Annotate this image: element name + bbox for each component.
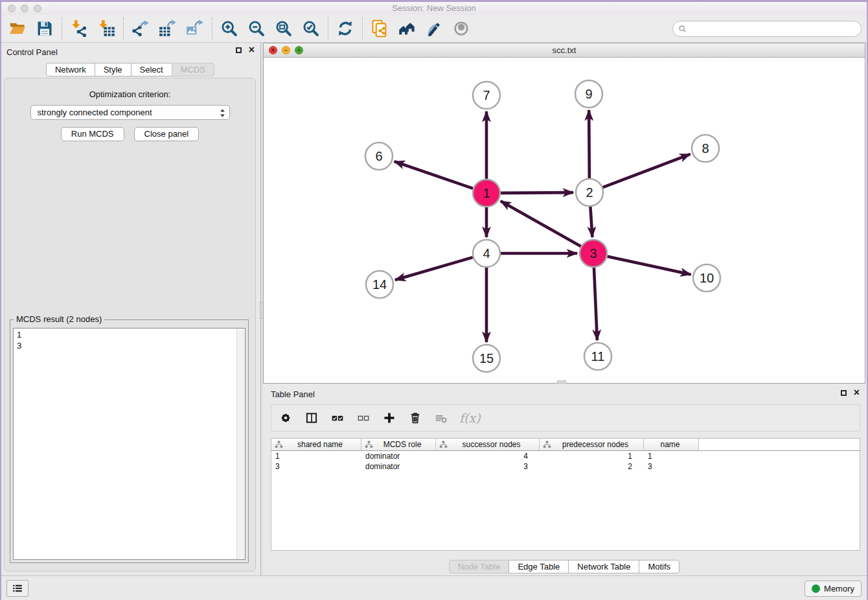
refresh-icon — [336, 19, 354, 38]
mcds-result-title: MCDS result (2 nodes) — [14, 314, 104, 324]
function-builder-button[interactable]: f(x) — [459, 410, 481, 426]
edge-3-11[interactable] — [594, 268, 597, 340]
network-window-titlebar[interactable]: × − + scc.txt — [264, 43, 865, 58]
zoom-fit-button[interactable] — [270, 17, 297, 40]
apply-style-button[interactable] — [420, 17, 448, 40]
show-hidden-button[interactable] — [448, 17, 475, 40]
close-panel-icon[interactable]: × — [854, 389, 860, 396]
minimize-window-button[interactable] — [21, 5, 29, 12]
column-header-mcds-role[interactable]: MCDS role — [361, 439, 436, 450]
export-table-button[interactable] — [154, 17, 181, 40]
node-11[interactable]: 11 — [584, 343, 611, 370]
delete-columns-button[interactable] — [407, 410, 423, 426]
tab-style[interactable]: Style — [95, 63, 131, 76]
network-minimize-button[interactable]: − — [282, 46, 290, 54]
delete-table-button[interactable] — [433, 410, 449, 426]
tab-network-table[interactable]: Network Table — [568, 560, 639, 573]
clone-network-icon — [371, 19, 389, 38]
edge-3-10[interactable] — [607, 257, 691, 275]
show-columns-button[interactable] — [304, 410, 319, 426]
node-7[interactable]: 7 — [473, 82, 500, 109]
zoom-selected-button[interactable] — [297, 17, 325, 40]
edge-1-6[interactable] — [394, 161, 474, 189]
save-session-button[interactable] — [31, 17, 58, 40]
select-all-button[interactable] — [330, 410, 345, 426]
tab-network[interactable]: Network — [46, 63, 95, 76]
import-network-button[interactable] — [65, 17, 93, 40]
tab-node-table[interactable]: Node Table — [449, 560, 510, 573]
column-header-successor-nodes[interactable]: successor nodes — [436, 439, 540, 450]
table-toolbar: f(x) — [271, 404, 860, 432]
edge-2-8[interactable] — [603, 154, 691, 187]
node-14[interactable]: 14 — [366, 271, 393, 298]
table-row-1[interactable]: 1dominator411 — [271, 451, 860, 461]
export-network-button[interactable] — [127, 17, 154, 40]
node-6[interactable]: 6 — [365, 143, 393, 170]
tab-select[interactable]: Select — [131, 63, 172, 76]
export-image-button[interactable] — [181, 17, 209, 40]
toolbar-separator — [362, 17, 363, 40]
app-title: Session: New Session — [0, 2, 868, 15]
import-table-icon — [97, 19, 115, 38]
column-header-predecessor-nodes[interactable]: predecessor nodes — [540, 439, 644, 450]
node-4[interactable]: 4 — [473, 240, 500, 267]
edge-2-9[interactable] — [589, 110, 589, 178]
edge-3-1[interactable] — [501, 201, 581, 246]
control-panel: Control Panel × NetworkStyleSelectMCDS O… — [0, 43, 261, 575]
close-panel-button[interactable]: Close panel — [134, 127, 200, 141]
task-history-button[interactable] — [6, 580, 29, 597]
network-resize-grip[interactable] — [557, 380, 566, 384]
optimization-criterion-label: Optimization criterion: — [5, 89, 255, 99]
network-maximize-button[interactable]: + — [295, 46, 303, 54]
zoom-out-button[interactable] — [243, 17, 270, 40]
close-window-button[interactable] — [8, 5, 16, 12]
apply-layout-button[interactable] — [332, 17, 359, 40]
edge-2-3[interactable] — [590, 207, 592, 237]
tab-mcds[interactable]: MCDS — [172, 63, 214, 76]
houses-icon — [398, 19, 416, 38]
node-9[interactable]: 9 — [575, 80, 602, 108]
add-column-button[interactable] — [382, 410, 397, 426]
close-panel-icon[interactable]: × — [249, 47, 255, 53]
memory-button[interactable]: Memory — [805, 581, 862, 597]
open-session-button[interactable] — [4, 17, 31, 40]
run-mcds-button[interactable]: Run MCDS — [61, 127, 124, 141]
import-table-button[interactable] — [93, 17, 120, 40]
float-panel-icon[interactable] — [841, 390, 847, 396]
zoom-window-button[interactable] — [34, 5, 41, 12]
table-mode-button[interactable] — [278, 410, 293, 426]
node-10[interactable]: 10 — [693, 264, 720, 292]
show-networks-button[interactable] — [393, 17, 420, 40]
column-header-shared-name[interactable]: shared name — [271, 439, 361, 450]
optimization-criterion-select[interactable]: strongly connected component — [30, 105, 230, 120]
network-canvas[interactable]: 7968124314101511 — [264, 58, 865, 383]
tab-motifs[interactable]: Motifs — [639, 560, 680, 573]
float-panel-icon[interactable] — [236, 47, 242, 53]
cell-successor-nodes: 3 — [436, 461, 540, 472]
node-3[interactable]: 3 — [580, 240, 607, 267]
table-row-3[interactable]: 3dominator323 — [271, 461, 860, 472]
node-8[interactable]: 8 — [692, 135, 719, 162]
network-close-button[interactable]: × — [269, 46, 277, 54]
node-1[interactable]: 1 — [473, 179, 500, 207]
svg-text:8: 8 — [702, 141, 709, 156]
edge-4-14[interactable] — [395, 257, 473, 280]
result-scrollbar[interactable] — [236, 329, 245, 559]
clone-network-button[interactable] — [366, 17, 393, 40]
node-2[interactable]: 2 — [576, 179, 603, 206]
tab-edge-table[interactable]: Edge Table — [508, 560, 569, 573]
node-15[interactable]: 15 — [473, 345, 500, 372]
search-input[interactable] — [691, 24, 856, 34]
export-network-icon — [131, 19, 150, 38]
search-field[interactable] — [672, 21, 862, 37]
deselect-all-button[interactable] — [356, 410, 371, 426]
tree-column-icon — [439, 441, 448, 448]
column-header-name[interactable]: name — [644, 439, 699, 450]
chevron-up-down-icon — [218, 107, 227, 119]
criterion-value: strongly connected component — [38, 108, 152, 117]
cell-successor-nodes: 4 — [436, 451, 540, 461]
zoom-in-button[interactable] — [216, 17, 243, 40]
mcds-result-text[interactable]: 1 3 — [13, 328, 246, 560]
memory-label: Memory — [824, 584, 854, 594]
edge-1-2[interactable] — [501, 192, 573, 193]
